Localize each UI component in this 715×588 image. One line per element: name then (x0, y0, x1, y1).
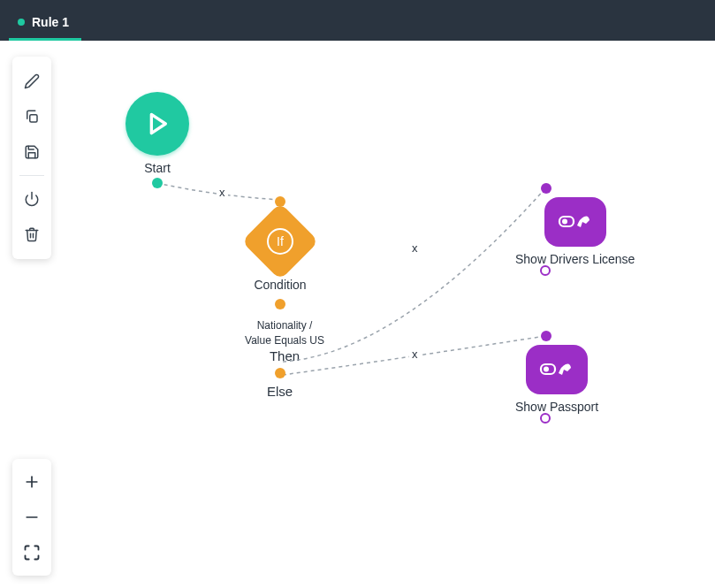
start-circle (126, 92, 189, 156)
power-button[interactable] (12, 181, 51, 217)
zoom-in-button[interactable] (12, 464, 51, 500)
port-action2-out[interactable] (540, 413, 551, 424)
copy-button[interactable] (12, 99, 51, 134)
edge-delete-3[interactable]: x (409, 347, 421, 361)
node-action-passport[interactable]: Show Passport (515, 345, 598, 414)
else-label-wrapper: Else (267, 384, 293, 399)
condition-label: Condition (254, 278, 306, 292)
expression-line1: Nationality / (257, 318, 313, 333)
port-condition-out[interactable] (275, 299, 285, 309)
port-start-out[interactable] (152, 178, 163, 188)
plus-icon (23, 473, 41, 491)
node-action-drivers-license[interactable]: Show Drivers License (515, 197, 635, 266)
node-condition[interactable]: If Condition (253, 214, 308, 292)
start-label: Start (144, 161, 171, 175)
edge-delete-1[interactable]: x (217, 186, 228, 199)
fullscreen-button[interactable] (12, 535, 51, 570)
save-icon (24, 144, 40, 160)
tab-status-dot (18, 19, 25, 26)
canvas-area[interactable]: x x x Start If Condition Nationality / V… (0, 41, 715, 588)
toggle-icon (558, 210, 593, 234)
then-label: Then (270, 348, 300, 363)
power-icon (24, 191, 40, 207)
toolbar-divider (19, 175, 44, 176)
port-action1-in[interactable] (541, 183, 551, 194)
delete-button[interactable] (12, 217, 51, 252)
svg-point-7 (562, 219, 567, 225)
pencil-icon (24, 73, 40, 89)
tool-palette (12, 57, 51, 259)
toggle-icon-2 (539, 357, 574, 382)
zoom-out-button[interactable] (12, 500, 51, 535)
port-condition-in[interactable] (275, 196, 285, 207)
port-action1-out[interactable] (540, 265, 551, 276)
app-header: Rule 1 (0, 0, 715, 41)
action1-label: Show Drivers License (515, 252, 635, 266)
port-then-out[interactable] (275, 368, 285, 378)
save-button[interactable] (12, 134, 51, 170)
condition-diamond: If (241, 202, 319, 280)
svg-point-9 (544, 367, 549, 372)
if-badge: If (267, 228, 293, 255)
svg-rect-0 (30, 115, 37, 122)
action2-label: Show Passport (515, 400, 598, 414)
node-start[interactable]: Start (126, 92, 189, 175)
edit-button[interactable] (12, 64, 51, 99)
tab-title: Rule 1 (32, 15, 69, 29)
expression-line2: Value Equals US (245, 333, 324, 348)
action-icon-box (544, 197, 606, 247)
copy-icon (24, 109, 40, 125)
connector-layer (0, 41, 715, 588)
condition-expression: Nationality / Value Equals US Then (245, 318, 324, 363)
zoom-toolbar (12, 459, 51, 576)
else-label: Else (267, 384, 293, 399)
fullscreen-icon (23, 544, 41, 561)
play-icon (143, 110, 171, 138)
edge-delete-2[interactable]: x (409, 241, 421, 255)
svg-marker-5 (151, 114, 165, 133)
action-icon-box-2 (526, 345, 588, 394)
tab-rule[interactable]: Rule 1 (9, 6, 81, 41)
trash-icon (24, 226, 40, 242)
minus-icon (23, 508, 41, 526)
port-action2-in[interactable] (541, 331, 551, 341)
